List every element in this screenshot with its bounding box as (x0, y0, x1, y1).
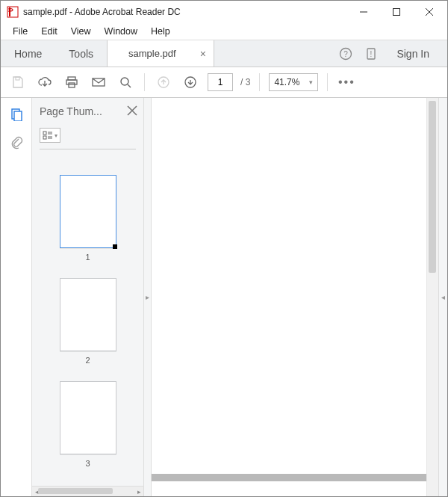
svg-text:!: ! (370, 49, 373, 58)
svg-rect-16 (43, 132, 46, 135)
window-titlebar: sample.pdf - Adobe Acrobat Reader DC (1, 1, 447, 23)
panel-splitter[interactable]: ▸ (144, 98, 152, 496)
tab-home-label: Home (14, 48, 42, 60)
zoom-dropdown[interactable]: 41.7% ▾ (269, 73, 318, 91)
tab-home[interactable]: Home (1, 40, 55, 67)
scrollbar-thumb[interactable] (429, 101, 436, 273)
menu-help[interactable]: Help (145, 25, 176, 38)
thumbnail-options-button[interactable]: ▾ (40, 128, 60, 143)
document-canvas[interactable] (152, 98, 426, 496)
svg-rect-8 (66, 80, 77, 84)
thumbnail-number: 1 (85, 253, 90, 262)
thumbnail-horizontal-scrollbar[interactable]: ◂ ▸ (32, 486, 143, 496)
window-title: sample.pdf - Adobe Acrobat Reader DC (23, 7, 181, 17)
zoom-value: 41.7% (274, 77, 299, 87)
document-view (152, 98, 438, 496)
menu-file[interactable]: File (7, 25, 34, 38)
print-icon[interactable] (62, 72, 81, 92)
svg-rect-15 (14, 111, 22, 121)
menu-window[interactable]: Window (99, 25, 143, 38)
page-edge (152, 474, 426, 481)
attachments-icon[interactable] (7, 134, 25, 152)
tab-strip: Home Tools sample.pdf × ? ! Sign In (1, 40, 447, 67)
thumbnail-page-3[interactable]: 3 (32, 381, 143, 468)
scrollbar-thumb[interactable] (38, 488, 113, 494)
cloud-icon[interactable] (35, 72, 55, 92)
page-down-icon[interactable] (181, 72, 200, 92)
panel-close-icon[interactable] (127, 105, 137, 118)
save-icon[interactable] (8, 72, 28, 92)
page-up-icon[interactable] (154, 72, 173, 92)
toolbar-separator (327, 73, 328, 91)
svg-rect-9 (69, 83, 75, 87)
thumbnail-page-1[interactable]: 1 (32, 175, 143, 262)
divider (40, 149, 136, 149)
thumbnail-page-2[interactable]: 2 (32, 278, 143, 365)
help-icon[interactable]: ? (338, 46, 353, 61)
window-minimize-button[interactable] (347, 1, 380, 23)
tab-tools[interactable]: Tools (55, 40, 107, 67)
tab-close-icon[interactable]: × (200, 48, 206, 60)
page-separator-label: / 3 (240, 77, 250, 87)
chevron-down-icon: ▾ (309, 78, 313, 86)
email-icon[interactable] (89, 72, 108, 92)
thumbnail-image (60, 381, 116, 454)
toolbar: / 3 41.7% ▾ ••• (1, 67, 447, 98)
menu-view[interactable]: View (65, 25, 97, 38)
page-thumbnails-panel: Page Thum... ▾ 1 2 3 (32, 98, 144, 496)
tab-document[interactable]: sample.pdf × (107, 40, 214, 67)
page-thumbnails-icon[interactable] (7, 105, 25, 123)
app-icon (7, 6, 19, 18)
panel-title: Page Thum... (40, 105, 127, 117)
svg-text:?: ? (344, 49, 349, 58)
thumbnail-list: 1 2 3 (32, 155, 143, 486)
panel-header: Page Thum... (32, 98, 143, 125)
toolbar-separator (144, 73, 145, 91)
toolbar-separator (259, 73, 260, 91)
thumbnail-number: 2 (85, 356, 90, 365)
tab-document-label: sample.pdf (128, 48, 176, 59)
main-area: Page Thum... ▾ 1 2 3 (1, 98, 447, 496)
scroll-right-arrow-icon[interactable]: ▸ (134, 487, 143, 497)
vertical-scrollbar[interactable] (426, 98, 438, 496)
sign-in-button[interactable]: Sign In (389, 48, 437, 60)
window-maximize-button[interactable] (380, 1, 413, 23)
svg-point-11 (121, 78, 128, 85)
notification-icon[interactable]: ! (364, 46, 379, 61)
search-icon[interactable] (116, 72, 135, 92)
thumbnail-number: 3 (85, 459, 90, 468)
chevron-down-icon: ▾ (55, 132, 57, 139)
menu-bar: File Edit View Window Help (1, 23, 447, 40)
tools-pane-splitter[interactable]: ◂ (438, 98, 447, 496)
more-tools-icon[interactable]: ••• (337, 72, 356, 92)
menu-edit[interactable]: Edit (35, 25, 63, 38)
splitter-handle-icon: ◂ (441, 293, 445, 301)
thumbnail-image (60, 175, 116, 248)
svg-rect-1 (393, 9, 400, 16)
navigation-rail (1, 98, 32, 496)
page-number-input[interactable] (208, 73, 233, 91)
svg-rect-17 (43, 136, 46, 139)
window-close-button[interactable] (413, 1, 446, 23)
splitter-handle-icon: ▸ (146, 293, 149, 301)
tab-tools-label: Tools (69, 48, 93, 60)
thumbnail-image (60, 278, 116, 351)
